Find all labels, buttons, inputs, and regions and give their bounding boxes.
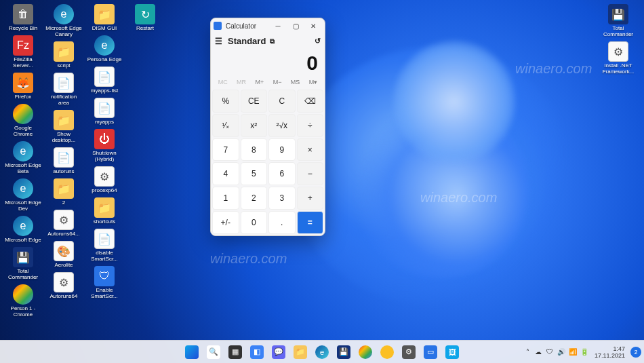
hamburger-icon[interactable]: ☰ [215,37,222,46]
taskbar-commander[interactable]: 💾 [334,343,353,362]
taskbar-widgets[interactable]: ◧ [247,343,266,362]
desktop-icon[interactable]: 📁DISM GUI [85,3,123,33]
tray-icon[interactable]: ☁ [534,347,543,357]
minimize-button[interactable]: ─ [269,18,287,33]
desktop-icon-glyph: 📁 [54,110,74,130]
notification-badge[interactable]: 2 [630,347,641,358]
taskbar-edge[interactable]: e [313,343,331,362]
desktop-icon[interactable]: 📁2 [45,177,83,207]
tray-icon[interactable]: 🛡 [545,347,555,357]
taskbar-taskview[interactable]: ▦ [226,343,245,362]
clock-date: 17.11.2021 [595,352,625,359]
desktop-icon[interactable]: 🛡Enable SmartScr... [85,265,123,301]
desktop-icon[interactable]: 💾Total Commander [4,246,42,282]
key-×[interactable]: × [297,138,324,161]
taskbar-search[interactable]: 🔍 [204,343,223,362]
key-C[interactable]: C [268,90,296,113]
key-x²[interactable]: x² [241,114,268,137]
key-%[interactable]: % [212,90,239,113]
desktop-icon[interactable]: 📁script [45,40,83,70]
memory-m▾[interactable]: M▾ [309,79,318,85]
desktop-icon[interactable]: Google Chrome [4,102,42,138]
key-4[interactable]: 4 [212,162,239,185]
desktop-icon[interactable]: 📄myapps [85,96,123,126]
desktop-icon[interactable]: ⚙Autoruns64 [45,271,83,301]
desktop-icon-label: procexp64 [92,187,117,193]
desktop-icon-glyph: 📄 [94,229,115,249]
key-1[interactable]: 1 [212,187,239,210]
memory-m−[interactable]: M− [273,79,282,85]
desktop-icon[interactable]: ⚙Autoruns64... [45,208,83,238]
desktop-icon[interactable]: eMicrosoft Edge Canary [45,3,83,39]
desktop-icon[interactable]: ⚙Install .NET Framework... [599,40,637,76]
taskbar-chat[interactable]: 💬 [269,343,288,362]
key-+[interactable]: + [297,187,324,210]
key-3[interactable]: 3 [268,187,296,210]
tray-icon[interactable]: 📶 [568,347,578,357]
desktop-icon-glyph: 💾 [608,4,628,24]
desktop-icon[interactable]: Person 1 - Chrome [4,283,42,319]
key-2[interactable]: 2 [241,187,268,210]
key-²√x[interactable]: ²√x [268,114,296,137]
key-CE[interactable]: CE [241,90,268,113]
calculator-titlebar[interactable]: Calculator ─ ▢ ✕ [211,18,325,33]
desktop-icon[interactable]: 📄disable SmartScr... [85,227,123,263]
desktop-icon-glyph: ⚙ [54,210,74,230]
key-+/-[interactable]: +/- [212,211,239,234]
calculator-window[interactable]: Calculator ─ ▢ ✕ ☰ Standard ⧉ ↺ 0 MCMRM+… [210,18,325,236]
desktop-icon-label: Autoruns64... [47,231,80,237]
memory-mr[interactable]: MR [237,79,246,85]
desktop-icon[interactable]: 🎨Aerolite [45,240,83,269]
desktop-icon[interactable]: 📄notification area [45,71,83,107]
taskbar-explorer[interactable]: 📁 [291,343,310,362]
taskbar-chrome-canary[interactable] [378,343,397,362]
desktop-icon[interactable]: ↻Restart [126,3,164,33]
key-9[interactable]: 9 [268,138,296,161]
desktop-icon[interactable]: 🦊Firefox [4,71,42,101]
desktop-icon[interactable]: 🗑Recycle Bin [4,3,42,33]
key-−[interactable]: − [297,162,324,185]
desktop-icon[interactable]: 📁shortcuts [85,196,123,226]
taskbar-image[interactable]: 🖼 [443,343,462,362]
desktop-icon-label: Recycle Bin [9,25,37,31]
desktop-icon[interactable]: ⚙procexp64 [85,165,123,195]
taskbar-start[interactable] [182,343,201,362]
tray-overflow-icon[interactable]: ˄ [525,348,531,356]
desktop-icon[interactable]: ePersona Edge [85,34,123,64]
desktop-icon[interactable]: 📁Show desktop... [45,109,83,145]
desktop-icon[interactable]: eMicrosoft Edge [4,214,42,244]
key-7[interactable]: 7 [212,138,239,161]
key-6[interactable]: 6 [268,162,296,185]
desktop-icon[interactable]: 💾Total Commander [599,3,637,39]
taskbar-calculator[interactable]: ▭ [421,343,440,362]
desktop-icon[interactable]: 📄myapps-list [85,65,123,95]
desktop-icon[interactable]: eMicrosoft Edge Dev [4,177,42,213]
memory-mc[interactable]: MC [218,79,228,85]
taskbar-settings[interactable]: ⚙ [399,343,418,362]
key-⌫[interactable]: ⌫ [297,90,324,113]
tray-icon[interactable]: 🔊 [557,347,566,357]
history-icon[interactable]: ↺ [315,37,321,45]
keep-on-top-icon[interactable]: ⧉ [270,37,275,45]
key-÷[interactable]: ÷ [297,114,324,137]
desktop-icon[interactable]: 📄autoruns [45,146,83,176]
key-=[interactable]: = [297,211,324,234]
desktop-icon[interactable]: ⏻Shutdown (Hybrid) [85,128,123,164]
maximize-button[interactable]: ▢ [287,18,304,33]
desktop-icon-glyph: 📄 [94,98,115,118]
desktop-icon[interactable]: FzFileZilla Server... [4,34,42,70]
key-¹⁄ₓ[interactable]: ¹⁄ₓ [212,114,239,137]
key-0[interactable]: 0 [241,211,268,234]
memory-m+[interactable]: M+ [256,79,264,85]
desktop-icon[interactable]: eMicrosoft Edge Beta [4,140,42,176]
key-8[interactable]: 8 [241,138,268,161]
close-button[interactable]: ✕ [304,18,322,33]
taskbar-chrome[interactable] [356,343,375,362]
tray-icon[interactable]: 🔋 [580,347,589,357]
key-.[interactable]: . [268,211,296,234]
memory-ms[interactable]: MS [291,79,300,85]
desktop[interactable]: winaero.com winaero.com winaero.com 🗑Rec… [0,0,644,363]
key-5[interactable]: 5 [241,162,268,185]
desktop-icon-glyph: ⏻ [94,129,115,149]
taskbar-clock[interactable]: 1:47 17.11.2021 [592,345,628,359]
